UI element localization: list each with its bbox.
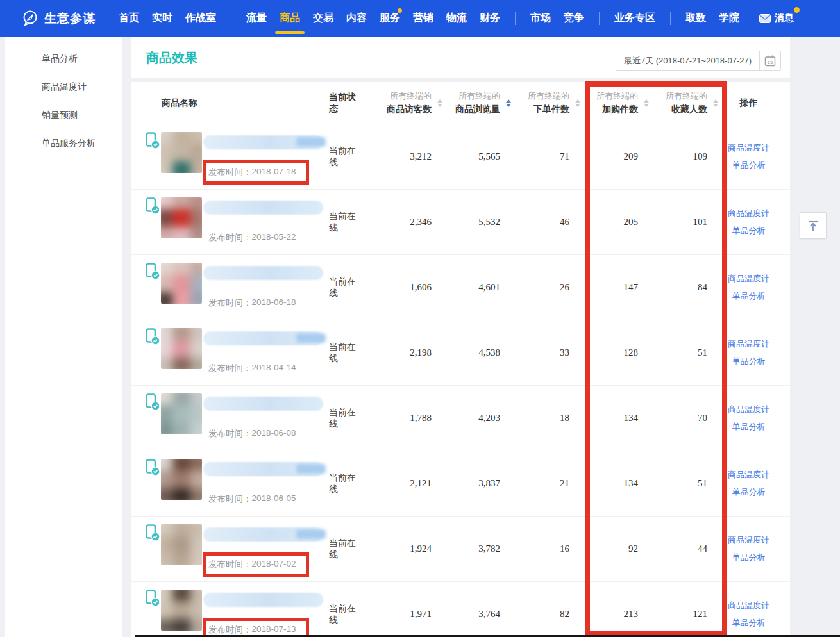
link-product-thermometer[interactable]: 商品温度计 (728, 142, 769, 154)
product-image[interactable] (161, 132, 202, 173)
ops-cell: 商品温度计 单品分析 (707, 190, 790, 254)
nav-item[interactable]: 作战室 (185, 0, 216, 37)
metric-prefix: 所有终端的 (596, 90, 638, 103)
nav-item[interactable]: 服务 (380, 0, 400, 37)
product-title-blurred[interactable] (203, 527, 323, 542)
metric-name: 加购件数 (596, 103, 638, 116)
link-product-thermometer[interactable]: 商品温度计 (728, 338, 769, 350)
sidebar-item[interactable]: 商品温度计 (5, 73, 122, 101)
cart-adds-count: 134 (569, 386, 638, 451)
nav-item[interactable]: 交易 (313, 0, 333, 37)
link-product-thermometer[interactable]: 商品温度计 (728, 600, 769, 611)
column-header-metric[interactable]: 所有终端的收藏人数 (638, 90, 707, 116)
link-item-analysis[interactable]: 单品分析 (732, 225, 766, 236)
link-product-thermometer[interactable]: 商品温度计 (728, 404, 769, 415)
calendar-icon[interactable]: 15 (759, 51, 780, 70)
product-cell: 发布时间： 2018-06-05 (131, 451, 324, 517)
date-range-picker[interactable]: 最近7天 (2018-07-21~2018-07-27) 15 (616, 51, 781, 71)
svg-text:15: 15 (768, 60, 773, 65)
ops-cell: 商品温度计 单品分析 (707, 386, 790, 451)
nav-item[interactable]: 业务专区 (614, 0, 655, 37)
status-text: 当前在线 (324, 320, 362, 385)
link-product-thermometer[interactable]: 商品温度计 (728, 273, 769, 285)
product-title-blurred[interactable] (203, 201, 323, 215)
views-count: 5,565 (432, 124, 500, 189)
product-image[interactable] (161, 197, 202, 238)
notification-dot (398, 8, 402, 13)
nav-divider (231, 12, 231, 25)
nav-item[interactable]: 实时 (152, 0, 172, 37)
product-image[interactable] (161, 328, 202, 369)
product-image[interactable] (161, 524, 202, 565)
product-image[interactable] (161, 459, 202, 500)
column-header-metric[interactable]: 所有终端的商品浏览量 (432, 90, 500, 116)
link-item-analysis[interactable]: 单品分析 (732, 617, 766, 629)
publish-date-value: 2018-06-08 (252, 428, 296, 440)
column-header-metric[interactable]: 所有终端的商品访客数 (362, 90, 432, 116)
nav-item[interactable]: 学院 (719, 0, 739, 37)
sidebar-item[interactable]: 单品服务分析 (5, 129, 122, 158)
metric-name: 收藏人数 (666, 103, 707, 116)
link-item-analysis[interactable]: 单品分析 (732, 486, 766, 498)
column-header-ops: 操作 (707, 97, 790, 109)
blurred-image-mosaic (161, 197, 202, 238)
sort-arrows-icon[interactable] (713, 99, 718, 107)
nav-item[interactable]: 市场 (530, 0, 551, 37)
message-notification-dot (794, 7, 800, 13)
publish-date-label: 发布时间： (208, 297, 252, 309)
back-to-top-button[interactable] (800, 212, 827, 239)
nav-item[interactable]: 取数 (685, 0, 706, 37)
nav-item[interactable]: 首页 (119, 0, 139, 37)
status-text: 当前在线 (324, 190, 362, 254)
nav-item[interactable]: 物流 (446, 0, 467, 37)
nav-item[interactable]: 商品 (280, 0, 300, 37)
column-header-metric[interactable]: 所有终端的加购件数 (569, 90, 638, 116)
nav-divider (670, 12, 671, 25)
product-image[interactable] (161, 590, 202, 631)
nav-item[interactable]: 内容 (346, 0, 367, 37)
metric-header-text: 所有终端的加购件数 (596, 90, 638, 116)
nav-item[interactable]: 财务 (480, 0, 500, 37)
link-product-thermometer[interactable]: 商品温度计 (728, 208, 769, 219)
product-title-blurred[interactable] (203, 397, 323, 411)
publish-date-value: 2018-04-14 (252, 363, 296, 374)
product-image[interactable] (161, 393, 202, 434)
product-title-blurred[interactable] (203, 135, 323, 149)
product-cell: 发布时间： 2018-06-18 (131, 255, 324, 320)
favorites-count: 101 (638, 190, 707, 254)
column-header-metric[interactable]: 所有终端的下单件数 (500, 90, 569, 116)
product-title-blurred[interactable] (203, 266, 323, 280)
nav-item[interactable]: 流量 (246, 0, 267, 37)
column-header-status: 当前状态 (324, 92, 362, 115)
sidebar-item[interactable]: 单品分析 (5, 45, 122, 73)
nav-message[interactable]: 消息 (759, 0, 794, 37)
link-item-analysis[interactable]: 单品分析 (732, 552, 766, 563)
brand[interactable]: 生意参谋 (22, 10, 96, 27)
product-title-blurred[interactable] (203, 593, 323, 607)
link-item-analysis[interactable]: 单品分析 (732, 356, 766, 367)
visitors-count: 3,212 (362, 124, 432, 189)
product-cell: 发布时间： 2018-07-13 (131, 582, 324, 637)
product-title-blurred[interactable] (203, 462, 323, 476)
nav-item[interactable]: 竞争 (564, 0, 584, 37)
table-row: 发布时间： 2018-06-08 当前在线 1,788 4,203 18 134… (131, 386, 790, 451)
nav-item[interactable]: 营销 (413, 0, 433, 37)
publish-date-value: 2018-05-22 (252, 232, 296, 244)
publish-date-label: 发布时间： (208, 428, 252, 440)
product-title-blurred[interactable] (203, 331, 323, 345)
page-title: 商品效果 (146, 49, 197, 67)
link-product-thermometer[interactable]: 商品温度计 (728, 534, 769, 546)
product-cell: 发布时间： 2018-07-18 (131, 124, 324, 190)
link-item-analysis[interactable]: 单品分析 (732, 290, 766, 302)
link-product-thermometer[interactable]: 商品温度计 (728, 469, 769, 481)
orders-count: 16 (500, 517, 569, 581)
blurred-image-mosaic (161, 263, 202, 304)
table-row: 发布时间： 2018-06-18 当前在线 1,606 4,601 26 147… (131, 255, 790, 320)
sidebar-item[interactable]: 销量预测 (5, 101, 122, 129)
product-image[interactable] (161, 263, 202, 304)
cart-adds-count: 92 (569, 517, 638, 581)
visitors-count: 1,606 (362, 255, 432, 320)
link-item-analysis[interactable]: 单品分析 (732, 421, 766, 433)
link-item-analysis[interactable]: 单品分析 (732, 160, 766, 171)
publish-date-line: 发布时间： 2018-06-08 (208, 428, 296, 440)
